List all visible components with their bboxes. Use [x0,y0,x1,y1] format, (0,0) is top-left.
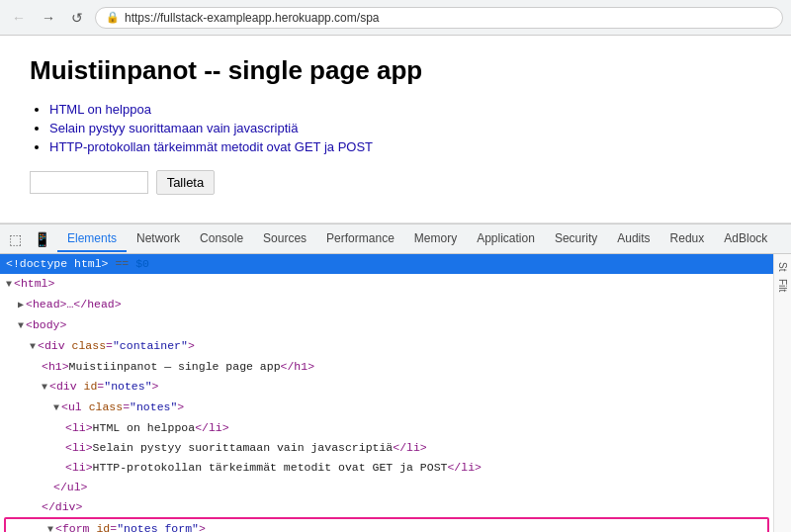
triangle-form[interactable]: ▼ [47,524,53,532]
list-item: Selain pystyy suorittamaan vain javascri… [49,121,761,135]
address-bar[interactable]: 🔒 https://fullstack-exampleapp.herokuapp… [95,7,783,29]
triangle-notes[interactable]: ▼ [42,382,47,393]
triangle-container[interactable]: ▼ [30,341,36,352]
forward-button[interactable]: → [38,8,59,28]
page-title: Muistiinpanot -- single page app [30,55,761,86]
devtools-panel: ⬚ 📱 Elements Network Console Sources Per… [0,223,791,532]
dom-head[interactable]: ▶<head>…</head> [0,295,773,315]
tab-application[interactable]: Application [467,226,545,252]
dom-li-2[interactable]: <li>Selain pystyy suorittamaan vain java… [0,438,773,458]
browser-toolbar: ← → ↺ 🔒 https://fullstack-exampleapp.her… [0,0,791,36]
device-icon[interactable]: 📱 [29,229,55,249]
dom-div-container[interactable]: ▼<div class="container"> [0,336,773,357]
dom-div-notes[interactable]: ▼<div id="notes"> [0,377,773,398]
tab-sources[interactable]: Sources [253,226,316,252]
note-link-3[interactable]: HTTP-protokollan tärkeimmät metodit ovat… [49,139,373,154]
tab-network[interactable]: Network [127,226,190,252]
devtools-sidebar: St Filt [773,254,791,532]
triangle-body[interactable]: ▼ [18,320,24,331]
tab-console[interactable]: Console [190,226,253,252]
dom-form[interactable]: ▼<form id="notes_form"> [6,519,767,532]
submit-button[interactable]: Talleta [156,170,216,195]
tab-security[interactable]: Security [545,226,607,252]
notes-list: HTML on helppoa Selain pystyy suorittama… [30,102,761,154]
dom-ul-close[interactable]: </ul> [0,478,773,497]
form-highlight: ▼<form id="notes_form"> <input type="tex… [4,517,769,532]
doctype-text: <!doctype html> [6,257,109,270]
tab-elements[interactable]: Elements [57,226,127,252]
tab-audits[interactable]: Audits [607,226,659,252]
triangle-ul[interactable]: ▼ [53,402,59,413]
tab-redux[interactable]: Redux [660,226,715,252]
dom-h1[interactable]: <h1>Muistiinpanot — single page app</h1> [0,357,773,377]
dom-html[interactable]: ▼<html> [0,274,773,295]
tab-adblock[interactable]: AdBlock [714,226,777,252]
html-panel: <!doctype html> == $0 ▼<html> ▶<head>…</… [0,254,773,532]
reload-button[interactable]: ↺ [67,8,87,28]
note-link-1[interactable]: HTML on helppoa [49,102,151,117]
inspect-icon[interactable]: ⬚ [4,229,27,249]
tab-performance[interactable]: Performance [316,226,404,252]
list-item: HTML on helppoa [49,102,761,117]
dom-ul-notes[interactable]: ▼<ul class="notes"> [0,398,773,418]
triangle-html[interactable]: ▼ [6,279,12,290]
devtools-tabs: ⬚ 📱 Elements Network Console Sources Per… [0,224,791,254]
page-content: Muistiinpanot -- single page app HTML on… [0,36,791,223]
triangle-head[interactable]: ▶ [18,300,24,310]
dom-li-3[interactable]: <li>HTTP-protokollan tärkeimmät metodit … [0,458,773,478]
url-text: https://fullstack-exampleapp.herokuapp.c… [125,11,379,25]
list-item: HTTP-protokollan tärkeimmät metodit ovat… [49,139,761,154]
dom-doctype[interactable]: <!doctype html> == $0 [0,254,773,274]
dom-body[interactable]: ▼<body> [0,315,773,336]
tab-memory[interactable]: Memory [404,226,467,252]
sidebar-filt-label: Filt [777,279,788,292]
sidebar-st-label: St [777,262,788,271]
devtools-body: <!doctype html> == $0 ▼<html> ▶<head>…</… [0,254,791,532]
note-input[interactable] [30,171,148,194]
lock-icon: 🔒 [106,11,120,24]
back-button[interactable]: ← [8,8,30,28]
dom-li-1[interactable]: <li>HTML on helppoa</li> [0,418,773,438]
dom-div-notes-close[interactable]: </div> [0,497,773,517]
note-link-2[interactable]: Selain pystyy suorittamaan vain javascri… [49,121,298,135]
